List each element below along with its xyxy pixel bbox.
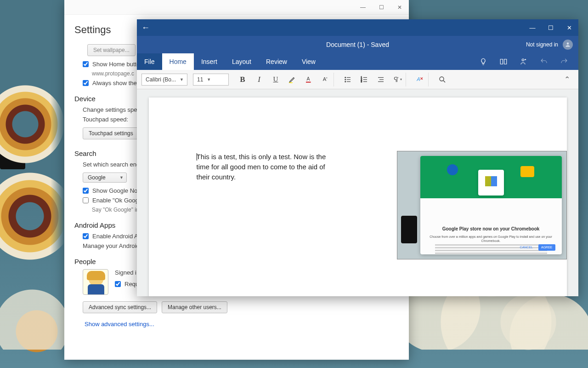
require-pw-checkbox[interactable]	[115, 281, 121, 287]
ok-google-checkbox[interactable]	[83, 197, 89, 203]
undo-icon[interactable]	[540, 58, 548, 66]
user-icon[interactable]	[563, 40, 573, 50]
play-agree-button: AGREE	[538, 244, 555, 251]
device-text: Change settings specif	[83, 106, 143, 113]
document-canvas[interactable]: This is a test, this is only a test. Now…	[137, 89, 578, 296]
font-style-icon[interactable]: A▾	[321, 75, 330, 84]
svg-text:3: 3	[361, 80, 362, 83]
svg-point-7	[345, 77, 346, 78]
redo-icon[interactable]	[560, 58, 568, 66]
tab-file[interactable]: File	[137, 53, 162, 70]
bold-icon[interactable]: B	[238, 75, 247, 84]
word-titlebar: ← — ☐ ✕	[137, 19, 578, 36]
word-window: ← — ☐ ✕ Document (1) - Saved Not signed …	[137, 19, 578, 296]
close-button[interactable]: ✕	[390, 1, 409, 14]
wallpaper-joystick	[0, 120, 28, 175]
svg-line-24	[443, 80, 445, 82]
font-size-select[interactable]: 11▼	[193, 74, 229, 86]
clear-format-icon[interactable]: A	[415, 75, 424, 84]
settings-titlebar: — ☐ ✕	[64, 0, 409, 15]
svg-point-1	[522, 59, 524, 61]
share-icon[interactable]	[520, 58, 528, 66]
ribbon-tabs: File Home Insert Layout Review View	[137, 53, 578, 70]
svg-text:A: A	[416, 76, 420, 82]
numbering-icon[interactable]: 123	[360, 75, 369, 84]
close-button[interactable]: ✕	[560, 19, 578, 36]
image-joystick-icon	[401, 216, 417, 243]
touchpad-speed-label: Touchpad speed:	[83, 116, 128, 123]
collapse-ribbon-icon[interactable]: ⌃	[560, 75, 574, 84]
maximize-button[interactable]: ☐	[542, 19, 560, 36]
touchpad-settings-button[interactable]: Touchpad settings	[83, 127, 139, 139]
user-avatar[interactable]	[83, 269, 108, 295]
svg-rect-4	[306, 81, 311, 82]
font-color-icon[interactable]: A	[304, 75, 313, 84]
svg-point-11	[345, 81, 346, 82]
ok-google-label: Enable "Ok Google	[92, 197, 143, 204]
svg-rect-2	[289, 82, 293, 83]
indent-icon[interactable]	[376, 75, 385, 84]
tab-insert[interactable]: Insert	[194, 53, 225, 70]
android-checkbox[interactable]	[83, 233, 89, 239]
tab-view[interactable]: View	[294, 53, 323, 70]
embedded-image[interactable]: Google Play store now on your Chromebook…	[397, 151, 567, 259]
reading-icon[interactable]	[499, 58, 508, 66]
document-title: Document (1) - Saved	[326, 41, 389, 48]
search-text: Set which search engin	[83, 161, 144, 168]
play-title: Google Play store now on your Chromebook	[429, 226, 554, 233]
tab-home[interactable]: Home	[162, 53, 194, 70]
tab-layout[interactable]: Layout	[225, 53, 259, 70]
font-size-value: 11	[197, 76, 203, 83]
advanced-sync-button[interactable]: Advanced sync settings...	[83, 301, 157, 313]
svg-point-9	[345, 79, 346, 80]
bullets-icon[interactable]	[343, 75, 352, 84]
underline-icon[interactable]: U	[271, 75, 280, 84]
search-icon[interactable]	[438, 75, 447, 84]
tab-review[interactable]: Review	[259, 53, 294, 70]
android-label: Enable Android Ap	[92, 233, 141, 240]
manage-android-text: Manage your Android	[83, 242, 140, 249]
show-now-label: Show Google Now	[92, 187, 142, 194]
font-name-select[interactable]: Calibri (Bo...▼	[141, 74, 187, 86]
search-engine-value: Google	[88, 174, 106, 181]
svg-point-0	[567, 42, 569, 45]
show-home-checkbox[interactable]	[83, 61, 89, 67]
sign-in-label[interactable]: Not signed in	[526, 41, 558, 48]
svg-point-23	[440, 77, 444, 81]
show-now-checkbox[interactable]	[83, 188, 89, 194]
back-arrow-icon[interactable]: ←	[137, 19, 154, 36]
document-page[interactable]: This is a test, this is only a test. Now…	[149, 98, 567, 296]
lightbulb-icon[interactable]	[479, 58, 487, 66]
svg-text:▾: ▾	[326, 76, 328, 79]
italic-icon[interactable]: I	[254, 75, 264, 84]
ribbon-toolbar: Calibri (Bo...▼ 11▼ B I U A A▾ 123 ▾ A ⌃	[137, 70, 578, 89]
search-engine-dropdown[interactable]: Google▼	[83, 172, 127, 183]
set-wallpaper-button[interactable]: Set wallpape...	[87, 44, 136, 56]
show-advanced-link[interactable]: Show advanced settings...	[85, 321, 154, 328]
svg-text:A: A	[307, 76, 310, 81]
maximize-button[interactable]: ☐	[372, 1, 390, 14]
minimize-button[interactable]: —	[354, 1, 372, 14]
paragraph-icon[interactable]: ▾	[393, 75, 402, 84]
play-subtitle: Choose from over a million apps and game…	[429, 235, 554, 243]
minimize-button[interactable]: —	[523, 19, 542, 36]
always-show-label: Always show the b	[92, 80, 142, 86]
document-body-text[interactable]: This is a test, this is only a test. Now…	[197, 152, 339, 182]
play-cancel-button: CANCEL	[517, 244, 536, 251]
highlight-icon[interactable]	[288, 75, 297, 84]
play-triangle-icon	[485, 176, 497, 186]
always-show-checkbox[interactable]	[83, 80, 89, 86]
word-doc-title-bar: Document (1) - Saved Not signed in	[137, 36, 578, 53]
font-name-value: Calibri (Bo...	[146, 76, 176, 83]
manage-users-button[interactable]: Manage other users...	[162, 301, 227, 313]
play-dialog: Google Play store now on your Chromebook…	[420, 156, 562, 254]
show-home-label: Show Home button	[92, 61, 143, 68]
